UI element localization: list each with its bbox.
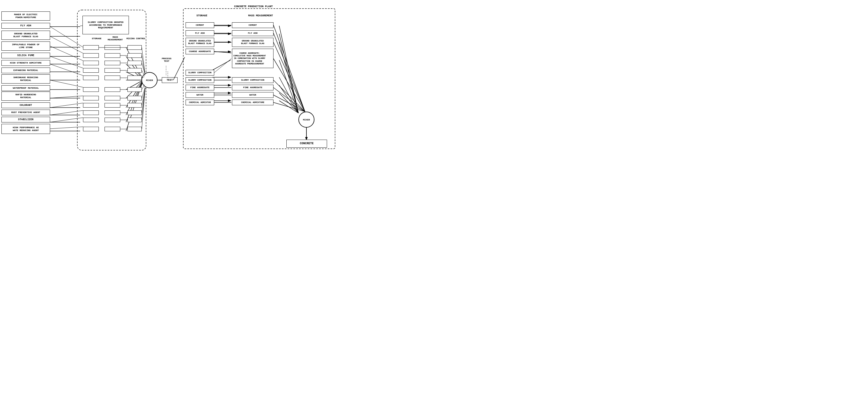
slurry-storage-7 bbox=[83, 96, 99, 100]
water-storage-box: WATER bbox=[186, 92, 214, 98]
svg-line-60 bbox=[214, 59, 231, 73]
mixing-7 bbox=[127, 96, 142, 100]
svg-line-53 bbox=[274, 95, 305, 112]
mixer-right-circle: MIXER bbox=[299, 112, 314, 128]
slurry-mass-5 bbox=[104, 75, 120, 80]
fine-agg-mass-box: FINE AGGREGATE bbox=[232, 85, 274, 91]
slurry-storage-1 bbox=[83, 45, 99, 50]
svg-line-94 bbox=[142, 88, 145, 105]
mixing-11 bbox=[127, 127, 142, 131]
slurry-storage-6 bbox=[83, 87, 99, 92]
svg-line-72 bbox=[50, 103, 83, 108]
slurry-comp1-storage-box: SLURRY COMPOSITION bbox=[186, 70, 214, 75]
ggbs-left-box: GROUND GRANULATEDBLAST FURNACE SLAG bbox=[1, 31, 50, 40]
rust-box: RUST PREVENTIVE AGENT bbox=[1, 110, 50, 115]
slurry-composition-grouped-box: SLURRY COMPOSITION GROUPEDACCORDING TO P… bbox=[83, 16, 129, 34]
slurry-mass-10 bbox=[104, 117, 120, 122]
svg-line-51 bbox=[274, 80, 305, 112]
maker-box: MAKER OF ELECTRICPOWER/ADMIXTURE bbox=[1, 11, 50, 21]
slurry-storage-9 bbox=[83, 110, 99, 115]
concrete-box: CONCRETE bbox=[286, 140, 327, 148]
svg-line-41 bbox=[279, 77, 299, 113]
mixing-3 bbox=[127, 61, 142, 65]
slurry-mass-3 bbox=[104, 61, 120, 65]
mixing-1 bbox=[127, 45, 142, 50]
stabilizer-box: STABILIZER bbox=[1, 117, 50, 123]
mixing-6 bbox=[127, 87, 142, 92]
svg-line-97 bbox=[142, 88, 145, 129]
slurry-mass-9 bbox=[104, 110, 120, 115]
svg-line-40 bbox=[279, 60, 299, 113]
chem-admix-mass-box: CHEMICAL ADMIXTURE bbox=[232, 100, 274, 105]
svg-line-52 bbox=[274, 88, 305, 112]
mass-measurement-header-left: MASSMEASUREMENT bbox=[106, 36, 125, 41]
svg-line-95 bbox=[142, 88, 145, 113]
svg-line-65 bbox=[50, 27, 83, 47]
svg-line-74 bbox=[50, 117, 83, 122]
expanding-box: EXPANDING MATERIAL bbox=[1, 68, 50, 73]
rapid-hardening-box: RAPID HARDENINGMATERIAL bbox=[1, 92, 50, 101]
slurry-storage-8 bbox=[83, 103, 99, 108]
slurry-mass-1 bbox=[104, 45, 120, 50]
water-mass-box: WATER bbox=[232, 92, 274, 98]
svg-line-32 bbox=[213, 60, 230, 70]
mixing-8 bbox=[127, 103, 142, 108]
svg-line-54 bbox=[274, 102, 305, 112]
fine-agg-storage-box: FINE AGGREGATE bbox=[186, 85, 214, 91]
mass-measurement-header-right: MASS MEASUREMENT bbox=[243, 14, 278, 17]
slurry-mass-11 bbox=[104, 127, 120, 131]
svg-line-37 bbox=[279, 26, 299, 113]
process-test-label: PROCESSTEST bbox=[162, 57, 172, 62]
slurry-comp2-storage-box: SLURRY COMPOSITION bbox=[186, 77, 214, 83]
colorant-box: COLORANT bbox=[1, 102, 50, 108]
coarse-storage-box: COARSE AGGREGATE bbox=[186, 49, 214, 55]
fly-ash-mass-box: FLY ASH bbox=[232, 30, 274, 36]
cement-storage-box: CEMENT bbox=[186, 22, 214, 28]
slurry-mass-4 bbox=[104, 68, 120, 73]
svg-line-39 bbox=[279, 42, 299, 113]
svg-line-50 bbox=[274, 59, 305, 112]
svg-line-88 bbox=[142, 56, 145, 74]
diagram: MAKER OF ELECTRICPOWER/ADMIXTURE FLY ASH… bbox=[0, 0, 344, 166]
mixing-9 bbox=[127, 110, 142, 115]
svg-line-38 bbox=[279, 34, 299, 113]
test-box: TEST bbox=[162, 77, 178, 83]
cement-mass-box: CEMENT bbox=[232, 22, 274, 28]
ggbs-storage-box: GROUND GRANULATEDBLAST FURNACE SLAG bbox=[186, 38, 214, 47]
svg-line-70 bbox=[50, 80, 83, 87]
svg-line-24 bbox=[126, 80, 143, 122]
slurry-storage-4 bbox=[83, 68, 99, 73]
slurry-mass-6 bbox=[104, 87, 120, 92]
slurry-mass-8 bbox=[104, 103, 120, 108]
storage-header-right: STORAGE bbox=[190, 14, 213, 17]
mixing-4 bbox=[127, 68, 142, 73]
chem-admix-storage-box: CHEMICAL ADMIXTUR bbox=[186, 100, 214, 105]
svg-line-73 bbox=[50, 110, 83, 115]
slurry-storage-3 bbox=[83, 61, 99, 65]
svg-line-89 bbox=[142, 63, 145, 75]
fly-ash-storage-box: FLY ASH bbox=[186, 30, 214, 36]
svg-line-68 bbox=[50, 56, 83, 68]
mixer-left-circle: MIXER bbox=[142, 72, 157, 88]
svg-line-44 bbox=[279, 101, 299, 113]
svg-line-67 bbox=[50, 46, 83, 61]
waterproof-box: WATERPROOF MATERIAL bbox=[1, 85, 50, 91]
storage-header-left: STORAGE bbox=[87, 37, 106, 40]
svg-line-42 bbox=[279, 85, 299, 113]
fly-ash-left-box: FLY ASH bbox=[1, 23, 50, 29]
high-strength-box: HIGH STRENGTH ADMIXTURE bbox=[1, 60, 50, 66]
concrete-production-plant-label: CONCRETE PRODUCTION PLANT bbox=[218, 5, 289, 8]
mixing-5 bbox=[127, 75, 142, 80]
impalpable-box: IMPALPABLE POWDER OFLIME STONE bbox=[1, 41, 50, 50]
mixing-control-header: MIXING CONTROL bbox=[126, 37, 146, 40]
svg-line-93 bbox=[142, 87, 145, 98]
svg-line-49 bbox=[274, 42, 305, 112]
svg-line-87 bbox=[142, 47, 145, 73]
mixing-2 bbox=[127, 53, 142, 58]
svg-line-43 bbox=[279, 93, 299, 113]
mixing-10 bbox=[127, 117, 142, 122]
svg-line-48 bbox=[274, 33, 305, 112]
svg-line-71 bbox=[50, 96, 83, 98]
svg-line-75 bbox=[50, 127, 83, 129]
slurry-mass-7 bbox=[104, 96, 120, 100]
